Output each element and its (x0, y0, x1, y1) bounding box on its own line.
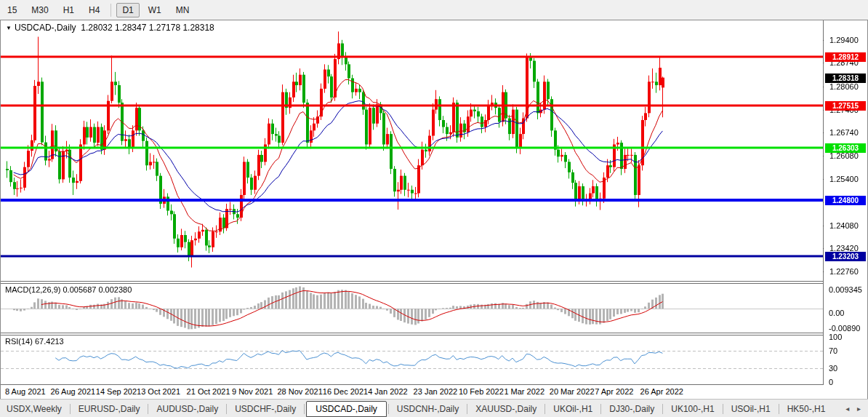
macd-indicator-label: MACD(12,26,9) 0.005687 0.002380 (5, 285, 132, 294)
timeframe-button-w1[interactable]: W1 (142, 3, 167, 17)
rsi-indicator-label: RSI(14) 67.4213 (5, 337, 64, 346)
price-axis[interactable]: 1.294001.287401.280601.274001.267401.260… (824, 21, 867, 385)
date-tick-label: 26 Apr 2022 (640, 387, 683, 396)
rsi-tick-label: 70 (829, 346, 837, 355)
level-price-badge: 1.28912 (825, 52, 866, 62)
price-tick-label: 1.22760 (829, 267, 859, 276)
chart-tab-bar: USDX,WeeklyEURUSD-,DailyAUDUSD-,DailyUSD… (0, 399, 868, 417)
price-tick-label: 1.29400 (829, 36, 859, 44)
date-tick-label: 23 Jan 2022 (414, 387, 458, 396)
tab-hk50-h1[interactable]: HK50-,H1 (781, 402, 832, 416)
chart-title: ▼USDCAD-,Daily 1.28032 1.28347 1.27178 1… (6, 23, 214, 33)
tab-audusd-daily[interactable]: AUDUSD-,Daily (150, 402, 225, 416)
date-tick-label: 20 Mar 2022 (550, 387, 595, 396)
tab-eurusd-daily[interactable]: EURUSD-,Daily (72, 402, 147, 416)
tab-usdcnh-daily[interactable]: USDCNH-,Daily (390, 402, 465, 416)
date-tick-label: 14 Sep 2021 (96, 387, 141, 396)
tab-separator (226, 404, 227, 414)
rsi-tick-label: 0 (829, 378, 833, 386)
symbol-label: USDCAD-,Daily (15, 23, 76, 33)
macd-tick-label: -0.00890 (829, 324, 860, 333)
price-chart-canvas[interactable] (1, 20, 867, 398)
timeframe-toolbar: 15M30H1H4D1W1MN (0, 0, 868, 20)
tab-separator (544, 404, 545, 414)
macd-tick-label: 0.009345 (829, 285, 862, 294)
date-tick-label: 10 Feb 2022 (459, 387, 504, 396)
tab-usdx-weekly[interactable]: USDX,Weekly (0, 402, 68, 416)
timeframe-button-d1[interactable]: D1 (116, 3, 139, 17)
timeframe-button-m30[interactable]: M30 (25, 3, 54, 17)
tab-separator (148, 404, 148, 414)
level-price-badge: 1.24800 (825, 196, 866, 205)
timeframe-button-h1[interactable]: H1 (57, 3, 80, 17)
chart-window: ▼USDCAD-,Daily 1.28032 1.28347 1.27178 1… (0, 20, 868, 400)
tab-ukoil-h1[interactable]: UKOil-,H1 (547, 402, 599, 416)
date-tick-label: 9 Nov 2021 (232, 387, 273, 396)
date-tick-label: 28 Nov 2021 (277, 387, 322, 396)
level-price-badge: 1.26303 (825, 143, 866, 153)
chevron-down-icon[interactable]: ▼ (6, 25, 12, 31)
date-tick-label: 7 Apr 2022 (595, 387, 633, 396)
date-tick-label: 8 Aug 2021 (5, 387, 46, 396)
date-tick-label: 3 Oct 2021 (141, 387, 180, 396)
rsi-title: RSI(14) (5, 337, 33, 346)
date-tick-label: 1 Mar 2022 (504, 387, 544, 396)
tab-uk100-h1[interactable]: UK100-,H1 (664, 402, 720, 416)
ohlc-values: 1.28032 1.28347 1.27178 1.28318 (81, 23, 214, 33)
tab-usdcad-daily[interactable]: USDCAD-,Daily (306, 401, 387, 417)
tab-separator (70, 404, 71, 414)
timeframe-button-15[interactable]: 15 (1, 3, 23, 17)
date-tick-label: 26 Aug 2021 (50, 387, 95, 396)
tab-usoil-h1[interactable]: USOil-,H1 (725, 402, 777, 416)
date-tick-label: 16 Dec 2021 (323, 387, 368, 396)
tab-separator (662, 404, 663, 414)
tab-separator (304, 404, 305, 414)
tab-separator (467, 404, 467, 414)
tab-separator (723, 404, 723, 414)
macd-values: 0.005687 0.002380 (63, 285, 132, 294)
price-tick-label: 1.28060 (829, 82, 859, 91)
level-price-badge: 1.27515 (825, 101, 866, 111)
macd-title: MACD(12,26,9) (5, 285, 60, 294)
rsi-tick-label: 30 (829, 364, 837, 373)
date-tick-label: 21 Oct 2021 (187, 387, 230, 396)
toolbar-separator (110, 4, 111, 17)
rsi-tick-label: 100 (829, 333, 842, 341)
timeframe-button-mn[interactable]: MN (170, 3, 196, 17)
level-price-badge: 1.23203 (825, 252, 866, 261)
timeframe-button-h4[interactable]: H4 (83, 3, 105, 17)
tab-separator (600, 404, 601, 414)
tab-dj30-daily[interactable]: DJ30-,Daily (603, 402, 661, 416)
rsi-value: 67.4213 (35, 337, 64, 346)
tab-usdchf-daily[interactable]: USDCHF-,Daily (228, 402, 302, 416)
time-axis[interactable]: 8 Aug 202126 Aug 202114 Sep 20213 Oct 20… (1, 385, 823, 399)
tab-xauusd-daily[interactable]: XAUUSD-,Daily (469, 402, 543, 416)
price-tick-label: 1.26740 (829, 128, 859, 137)
date-tick-label: 4 Jan 2022 (368, 387, 407, 396)
tab-separator (388, 404, 389, 414)
mt4-window: 15M30H1H4D1W1MN ▼USDCAD-,Daily 1.28032 1… (0, 0, 868, 417)
tab-separator (779, 404, 779, 414)
tab-scroll-arrows[interactable]: ◂ ▸ (845, 405, 864, 413)
price-tick-label: 1.25400 (829, 175, 859, 183)
price-tick-label: 1.24080 (829, 221, 859, 230)
macd-tick-label: 0.00 (829, 309, 844, 317)
current-price-badge: 1.28318 (825, 74, 866, 83)
